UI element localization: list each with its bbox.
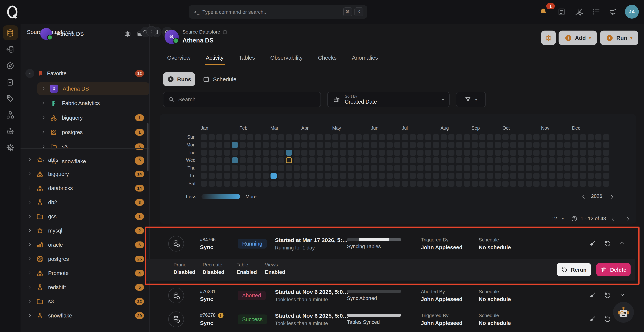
heatmap-cell[interactable] [417,173,424,179]
heatmap-cell[interactable] [278,134,284,140]
rerun-icon[interactable] [604,315,612,323]
heatmap-cell[interactable] [588,181,594,187]
chevron-right-icon[interactable] [27,171,32,177]
heatmap-cell[interactable] [216,181,222,187]
heatmap-cell[interactable] [208,158,215,164]
heatmap-cell[interactable] [603,173,609,179]
assistant-fab[interactable] [613,302,634,323]
heatmap-cell[interactable] [201,173,207,179]
heatmap-cell[interactable] [270,173,277,179]
run-button[interactable]: Run ▾ [600,30,638,45]
heatmap-cell[interactable] [556,158,563,164]
heatmap-cell[interactable] [433,173,439,179]
heatmap-cell[interactable] [294,142,300,148]
heatmap-cell[interactable] [309,158,315,164]
heatmap-cell[interactable] [356,181,362,187]
heatmap-cell[interactable] [518,142,524,148]
heatmap-cell[interactable] [518,181,524,187]
heatmap-cell[interactable] [286,150,292,156]
chevron-right-icon[interactable] [27,200,32,205]
heatmap-cell[interactable] [348,181,354,187]
heatmap-cell[interactable] [379,150,385,156]
heatmap-cell[interactable] [309,181,315,187]
heatmap-cell[interactable] [332,134,338,140]
heatmap-cell[interactable] [533,165,540,171]
heatmap-cell[interactable] [440,158,447,164]
page-prev-button[interactable] [610,216,616,222]
heatmap-cell[interactable] [348,134,354,140]
heatmap-cell[interactable] [208,173,215,179]
year-prev-button[interactable] [580,194,586,200]
heatmap-cell[interactable] [309,165,315,171]
heatmap-cell[interactable] [410,150,416,156]
heatmap-cell[interactable] [324,165,331,171]
heatmap-cell[interactable] [595,181,602,187]
heatmap-cell[interactable] [239,181,246,187]
heatmap-cell[interactable] [479,158,486,164]
heatmap-cell[interactable] [301,158,308,164]
heatmap-cell[interactable] [324,181,331,187]
heatmap-cell[interactable] [518,134,524,140]
heatmap-cell[interactable] [356,158,362,164]
rerun-icon[interactable] [604,291,612,300]
chevron-down-icon[interactable] [619,291,627,300]
heatmap-cell[interactable] [278,181,284,187]
heatmap-cell[interactable] [494,134,501,140]
heatmap-cell[interactable] [263,173,269,179]
chevron-right-icon[interactable] [41,86,46,91]
sidebar-item-s3[interactable]: s322 [20,295,149,308]
heatmap-cell[interactable] [270,142,277,148]
heatmap-cell[interactable] [301,142,308,148]
heatmap-cell[interactable] [456,181,462,187]
heatmap-cell[interactable] [456,173,462,179]
heatmap-cell[interactable] [541,142,547,148]
heatmap-cell[interactable] [556,142,563,148]
heatmap-cell[interactable] [294,134,300,140]
heatmap-cell[interactable] [340,150,346,156]
heatmap-cell[interactable] [386,158,393,164]
heatmap-cell[interactable] [410,165,416,171]
heatmap-cell[interactable] [208,165,215,171]
heatmap-cell[interactable] [479,150,486,156]
heatmap-cell[interactable] [255,165,261,171]
heatmap-cell[interactable] [371,158,377,164]
heatmap-cell[interactable] [410,181,416,187]
heatmap-cell[interactable] [394,134,400,140]
heatmap-cell[interactable] [294,150,300,156]
warning-icon[interactable]: ! [218,313,223,318]
heatmap-cell[interactable] [402,134,408,140]
rail-item-explore[interactable] [0,57,20,74]
heatmap-cell[interactable] [510,158,516,164]
heatmap-cell[interactable] [526,134,532,140]
heatmap-cell[interactable] [224,142,230,148]
rail-item-checks[interactable] [0,74,20,90]
heatmap-cell[interactable] [448,158,455,164]
tab-anomalies[interactable]: Anomalies [352,54,378,66]
heatmap-cell[interactable] [356,173,362,179]
heatmap-cell[interactable] [433,142,439,148]
sidebar-item-gcs[interactable]: gcs1 [20,210,149,223]
heatmap-cell[interactable] [394,165,400,171]
sidebar-item-snowflake[interactable]: snowflake29 [20,309,149,322]
heatmap-cell[interactable] [556,173,563,179]
heatmap-cell[interactable] [603,142,609,148]
heatmap-cell[interactable] [572,134,578,140]
heatmap-cell[interactable] [239,158,246,164]
heatmap-cell[interactable] [348,173,354,179]
heatmap-cell[interactable] [456,158,462,164]
heatmap-cell[interactable] [348,150,354,156]
chevron-right-icon[interactable] [27,299,32,304]
heatmap-cell[interactable] [456,165,462,171]
heatmap-cell[interactable] [464,150,470,156]
heatmap-cell[interactable] [386,181,393,187]
heatmap-cell[interactable] [402,173,408,179]
rail-item-lineage[interactable] [0,107,20,123]
heatmap-cell[interactable] [448,134,455,140]
heatmap-cell[interactable] [201,142,207,148]
rail-item-enrichment-datastores[interactable] [0,41,20,57]
heatmap-cell[interactable] [324,173,331,179]
tab-checks[interactable]: Checks [318,54,336,66]
heatmap-cell[interactable] [533,173,540,179]
heatmap-cell[interactable] [433,158,439,164]
rail-item-source-datastores[interactable] [0,25,20,41]
